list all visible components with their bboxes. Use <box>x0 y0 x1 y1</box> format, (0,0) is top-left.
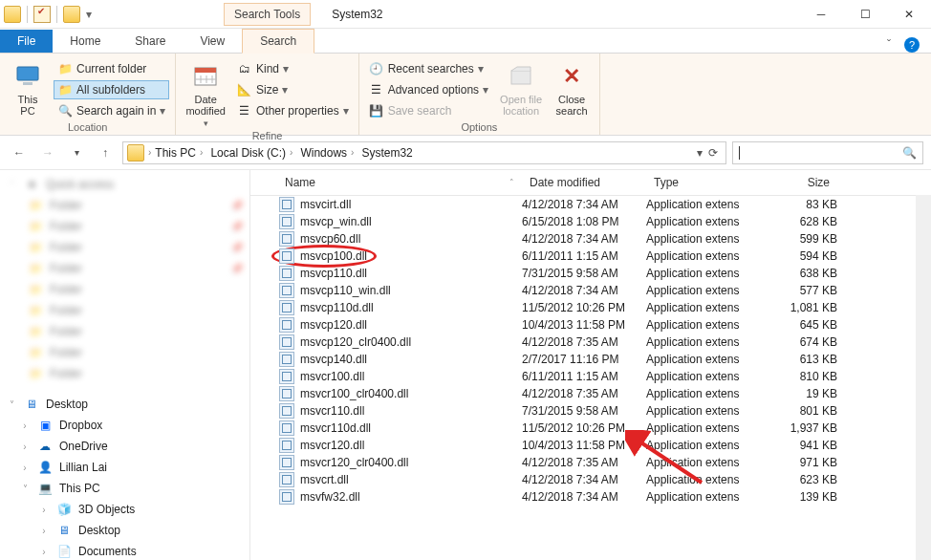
title-bar: ✔ ▾ Search Tools System32 ─ ☐ ✕ <box>0 0 931 29</box>
file-list[interactable]: msvcirt.dll4/12/2018 7:34 AMApplication … <box>250 196 931 560</box>
close-button[interactable]: ✕ <box>887 0 931 29</box>
help-icon[interactable]: ? <box>904 37 920 53</box>
tree-desktop[interactable]: ˅🖥Desktop <box>0 394 249 415</box>
other-properties-button[interactable]: ☰Other properties ▾ <box>233 101 353 120</box>
tab-file[interactable]: File <box>0 30 53 53</box>
address-bar[interactable]: › This PC› Local Disk (C:)› Windows› Sys… <box>122 141 726 164</box>
tree-item[interactable]: 📁Folder <box>0 342 249 363</box>
qat-new-folder-icon[interactable] <box>63 6 80 23</box>
breadcrumb-this-pc[interactable]: This PC› <box>151 146 206 160</box>
tree-documents[interactable]: ›📄Documents <box>0 541 249 560</box>
file-size: 599 KB <box>761 232 837 246</box>
all-subfolders-button[interactable]: 📁All subfolders <box>54 80 169 99</box>
breadcrumb-windows[interactable]: Windows› <box>296 146 357 160</box>
tree-quick-access[interactable]: ˅★Quick access <box>0 174 249 195</box>
recent-locations-dropdown[interactable]: ▾ <box>65 141 88 164</box>
file-row[interactable]: msvcp_win.dll6/15/2018 1:08 PMApplicatio… <box>250 213 931 230</box>
recent-searches-button[interactable]: 🕘Recent searches ▾ <box>365 59 492 78</box>
file-row[interactable]: msvcp100.dll6/11/2011 1:15 AMApplication… <box>250 248 931 265</box>
file-row[interactable]: msvcr110d.dll11/5/2012 10:26 PMApplicati… <box>250 420 931 437</box>
tree-item[interactable]: 📁Folder📌 <box>0 216 249 237</box>
tree-item[interactable]: 📁Folder <box>0 279 249 300</box>
folder-icon <box>4 6 21 23</box>
ribbon-collapse-icon[interactable]: ˇ <box>887 38 891 52</box>
qat-dropdown-icon[interactable]: ▾ <box>82 8 96 21</box>
minimize-button[interactable]: ─ <box>799 0 843 29</box>
file-row[interactable]: msvcr100.dll6/11/2011 1:15 AMApplication… <box>250 368 931 385</box>
file-type: Application extens <box>646 353 761 366</box>
tree-item[interactable]: 📁Folder📌 <box>0 195 249 216</box>
file-row[interactable]: msvfw32.dll4/12/2018 7:34 AMApplication … <box>250 488 931 506</box>
tree-desktop-sub[interactable]: ›🖥Desktop <box>0 520 249 541</box>
tree-item[interactable]: 📁Folder <box>0 300 249 321</box>
breadcrumb-local-disk[interactable]: Local Disk (C:)› <box>206 146 296 160</box>
tree-3d-objects[interactable]: ›🧊3D Objects <box>0 499 249 520</box>
kind-button[interactable]: 🗂Kind ▾ <box>233 59 353 78</box>
file-row[interactable]: msvcirt.dll4/12/2018 7:34 AMApplication … <box>250 196 931 213</box>
dll-file-icon <box>279 283 294 298</box>
tab-view[interactable]: View <box>183 30 242 53</box>
file-row[interactable]: msvcr100_clr0400.dll4/12/2018 7:35 AMApp… <box>250 385 931 402</box>
file-type: Application extens <box>646 370 761 383</box>
tree-dropbox[interactable]: ›▣Dropbox <box>0 415 249 436</box>
size-button[interactable]: 📐Size ▾ <box>233 80 353 99</box>
date-modified-button[interactable]: Date modified▾ <box>182 59 229 130</box>
column-size[interactable]: Size <box>761 174 837 191</box>
search-input[interactable]: 🔍 <box>732 141 923 164</box>
tab-search[interactable]: Search <box>242 29 314 54</box>
advanced-options-button[interactable]: ☰Advanced options ▾ <box>365 80 492 99</box>
tree-item[interactable]: 📁Folder <box>0 321 249 342</box>
file-row[interactable]: msvcr120_clr0400.dll4/12/2018 7:35 AMApp… <box>250 454 931 471</box>
back-button[interactable]: ← <box>8 141 31 164</box>
close-search-button[interactable]: ✕ Close search <box>550 59 594 118</box>
ribbon-tabs: File Home Share View Search ˇ ? <box>0 29 931 54</box>
column-name[interactable]: Name˄ <box>277 174 522 191</box>
file-date: 4/12/2018 7:34 AM <box>522 284 646 297</box>
file-row[interactable]: msvcp110d.dll11/5/2012 10:26 PMApplicati… <box>250 299 931 316</box>
file-row[interactable]: msvcr110.dll7/31/2015 9:58 AMApplication… <box>250 402 931 420</box>
breadcrumb-system32[interactable]: System32 <box>357 146 416 160</box>
refresh-icon[interactable]: ⟳ <box>708 146 718 160</box>
search-again-in-button[interactable]: 🔍Search again in ▾ <box>54 101 169 120</box>
file-size: 801 KB <box>761 404 837 418</box>
tree-this-pc[interactable]: ˅💻This PC <box>0 478 249 499</box>
file-row[interactable]: msvcp110_win.dll4/12/2018 7:34 AMApplica… <box>250 282 931 299</box>
file-row[interactable]: msvcrt.dll4/12/2018 7:34 AMApplication e… <box>250 471 931 488</box>
tree-item[interactable]: 📁Folder📌 <box>0 258 249 279</box>
file-date: 7/31/2015 9:58 AM <box>522 267 646 280</box>
open-location-icon <box>506 61 536 92</box>
file-date: 10/4/2013 11:58 PM <box>522 318 646 332</box>
scrollbar[interactable] <box>916 195 931 560</box>
dll-file-icon <box>279 489 294 505</box>
file-date: 2/7/2017 11:16 PM <box>522 353 646 366</box>
tree-user[interactable]: ›👤Lillian Lai <box>0 457 249 478</box>
file-date: 11/5/2012 10:26 PM <box>522 301 646 314</box>
qat-properties-icon[interactable]: ✔ <box>33 6 51 23</box>
file-type: Application extens <box>646 232 761 246</box>
maximize-button[interactable]: ☐ <box>843 0 887 29</box>
dll-file-icon <box>279 386 294 401</box>
file-name: msvcp100.dll <box>294 249 522 263</box>
file-row[interactable]: msvcp120.dll10/4/2013 11:58 PMApplicatio… <box>250 316 931 334</box>
tab-share[interactable]: Share <box>118 30 183 53</box>
file-row[interactable]: msvcp120_clr0400.dll4/12/2018 7:35 AMApp… <box>250 334 931 351</box>
up-button[interactable]: ↑ <box>94 141 117 164</box>
column-date[interactable]: Date modified <box>522 174 646 191</box>
file-row[interactable]: msvcp140.dll2/7/2017 11:16 PMApplication… <box>250 351 931 368</box>
calendar-icon <box>190 61 221 92</box>
column-type[interactable]: Type <box>646 174 761 191</box>
file-date: 4/12/2018 7:35 AM <box>522 335 646 349</box>
file-row[interactable]: msvcp60.dll4/12/2018 7:34 AMApplication … <box>250 230 931 248</box>
tab-home[interactable]: Home <box>53 30 118 53</box>
tree-onedrive[interactable]: ›☁OneDrive <box>0 436 249 457</box>
current-folder-button[interactable]: 📁Current folder <box>54 59 169 78</box>
tree-item[interactable]: 📁Folder <box>0 363 249 384</box>
tree-item[interactable]: 📁Folder📌 <box>0 237 249 258</box>
address-dropdown-icon[interactable]: ▾ <box>697 146 703 160</box>
file-name: msvcr100.dll <box>294 370 522 383</box>
file-size: 623 KB <box>761 473 837 486</box>
file-row[interactable]: msvcr120.dll10/4/2013 11:58 PMApplicatio… <box>250 437 931 454</box>
file-row[interactable]: msvcp110.dll7/31/2015 9:58 AMApplication… <box>250 265 931 282</box>
dll-file-icon <box>279 438 294 453</box>
this-pc-button[interactable]: This PC <box>6 59 50 118</box>
